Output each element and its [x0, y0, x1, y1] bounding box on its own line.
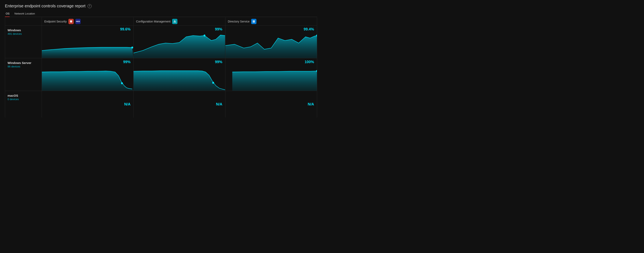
macos-os-name: macOS: [8, 94, 39, 97]
windows-os-name: Windows: [8, 29, 39, 32]
report-title: Enterprise endpoint controls coverage re…: [5, 4, 317, 8]
svg-point-2: [174, 22, 175, 22]
pct-windows-server-directory-service: 100%: [305, 60, 314, 64]
page-wrapper: Enterprise endpoint controls coverage re…: [0, 0, 322, 120]
row-label-windows-server: Windows Server 96 devices: [5, 58, 42, 91]
macos-device-count: 0 devices: [8, 98, 39, 101]
na-macos-endpoint-security: N/A: [124, 102, 130, 106]
tabs-bar: OS Network Location: [5, 11, 317, 17]
cell-macos-directory-service: N/A: [226, 91, 317, 118]
windows-server-device-count: 96 devices: [8, 65, 39, 68]
svg-rect-5: [253, 22, 254, 23]
pct-windows-server-endpoint-security: 99%: [123, 60, 130, 64]
tab-os[interactable]: OS: [5, 11, 14, 17]
chart-windows-dir-service: [226, 26, 317, 58]
endpoint-security-label: Endpoint Security: [44, 20, 67, 23]
pct-windows-endpoint-security: 99.6%: [120, 27, 130, 32]
cell-windows-directory-service: 99.4%: [226, 26, 317, 58]
windows-icon: [251, 19, 256, 24]
chart-winserver-endpoint-security: [42, 58, 133, 91]
svg-point-11: [212, 82, 214, 84]
chart-windows-config-mgmt: [134, 26, 225, 58]
cell-windows-server-directory-service: 100%: [226, 58, 317, 91]
cell-windows-configuration-management: 99%: [134, 26, 225, 58]
pct-windows-configuration-management: 99%: [215, 27, 222, 32]
neb-icon: NEB: [75, 19, 81, 24]
header-configuration-management: Configuration Management: [134, 17, 225, 26]
cell-macos-endpoint-security: N/A: [42, 91, 134, 118]
chart-winserver-config-mgmt: [134, 58, 225, 91]
header-directory-service: Directory Service: [226, 17, 317, 26]
svg-rect-6: [254, 22, 255, 23]
chart-windows-endpoint-security: [42, 26, 133, 58]
row-label-windows: Windows 491 devices: [5, 26, 42, 58]
directory-service-label: Directory Service: [228, 20, 250, 23]
row-label-macos: macOS 0 devices: [5, 91, 42, 118]
na-macos-directory-service: N/A: [308, 102, 314, 106]
chart-winserver-dir-service: [226, 58, 317, 91]
svg-rect-3: [253, 21, 254, 22]
report-title-text: Enterprise endpoint controls coverage re…: [5, 4, 86, 8]
na-macos-configuration-management: N/A: [216, 102, 222, 106]
cell-windows-server-configuration-management: 99%: [134, 58, 225, 91]
cell-windows-server-endpoint-security: 99%: [42, 58, 134, 91]
svg-point-8: [204, 35, 206, 37]
configuration-management-label: Configuration Management: [136, 20, 170, 23]
help-icon[interactable]: ?: [88, 4, 92, 8]
pct-windows-directory-service: 99.4%: [304, 27, 314, 32]
svg-point-10: [121, 82, 123, 84]
pct-windows-server-configuration-management: 99%: [215, 60, 222, 64]
header-endpoint-security: Endpoint Security NEB: [42, 17, 134, 26]
cell-windows-endpoint-security: 99.6%: [42, 26, 134, 58]
report-grid: Endpoint Security NEB Configuration Mana…: [5, 17, 317, 118]
shield-red-icon: [68, 19, 74, 24]
header-empty: [5, 17, 42, 26]
svg-rect-4: [254, 21, 255, 22]
svg-point-7: [131, 47, 133, 49]
tab-network-location[interactable]: Network Location: [14, 11, 39, 17]
triangle-icon: [172, 19, 178, 24]
windows-server-os-name: Windows Server: [8, 61, 39, 65]
cell-macos-configuration-management: N/A: [134, 91, 225, 118]
windows-device-count: 491 devices: [8, 32, 39, 35]
